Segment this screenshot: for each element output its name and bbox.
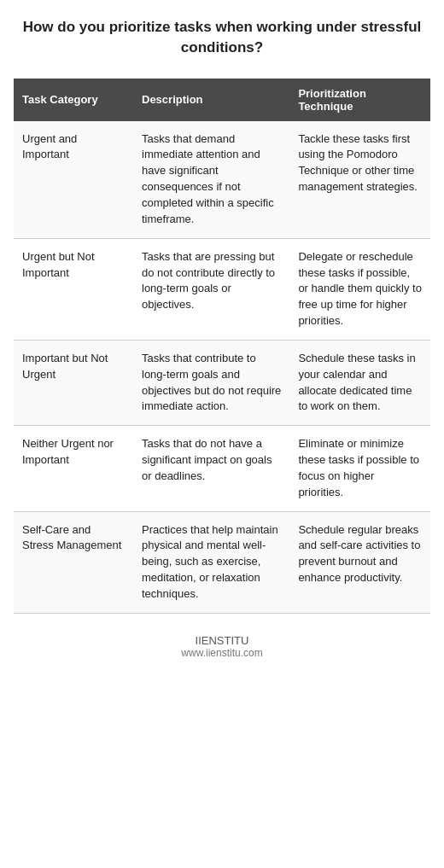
cell-description: Tasks that contribute to long-term goals… [133,340,289,425]
cell-description: Tasks that do not have a significant imp… [133,426,289,511]
cell-description: Tasks that are pressing but do not contr… [133,238,289,340]
table-row: Neither Urgent nor ImportantTasks that d… [14,426,430,511]
cell-technique: Schedule regular breaks and self-care ac… [289,511,430,613]
cell-description: Tasks that demand immediate attention an… [133,121,289,239]
cell-category: Urgent but Not Important [14,238,133,340]
cell-technique: Schedule these tasks in your calendar an… [289,340,430,425]
table-header-row: Task Category Description Prioritization… [14,79,430,121]
table-row: Self-Care and Stress ManagementPractices… [14,511,430,613]
cell-category: Urgent and Important [14,121,133,239]
col-header-description: Description [133,79,289,121]
table-row: Urgent and ImportantTasks that demand im… [14,121,430,239]
footer-site: www.iienstitu.com [181,647,262,659]
cell-category: Neither Urgent nor Important [14,426,133,511]
table-row: Urgent but Not ImportantTasks that are p… [14,238,430,340]
prioritization-table: Task Category Description Prioritization… [14,79,430,614]
footer: IIENSTITU www.iienstitu.com [181,634,262,659]
table-row: Important but Not UrgentTasks that contr… [14,340,430,425]
col-header-category: Task Category [14,79,133,121]
cell-category: Self-Care and Stress Management [14,511,133,613]
page-title: How do you prioritize tasks when working… [14,17,430,58]
col-header-technique: Prioritization Technique [289,79,430,121]
cell-technique: Tackle these tasks first using the Pomod… [289,121,430,239]
cell-technique: Eliminate or minimize these tasks if pos… [289,426,430,511]
cell-description: Practices that help maintain physical an… [133,511,289,613]
cell-category: Important but Not Urgent [14,340,133,425]
footer-brand: IIENSTITU [181,634,262,647]
cell-technique: Delegate or reschedule these tasks if po… [289,238,430,340]
